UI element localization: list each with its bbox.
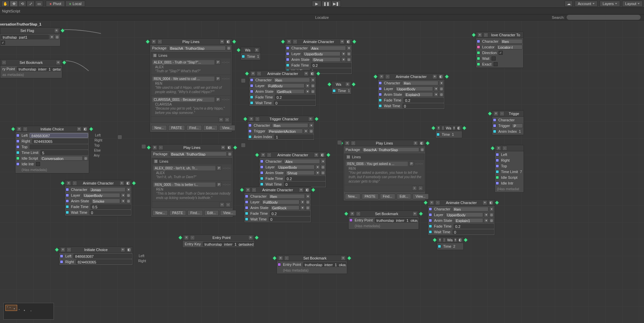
pause-button[interactable]: ❚❚ [322,1,331,7]
char-field[interactable]: Ren [500,39,523,44]
collapse-button[interactable]: · [255,117,260,121]
add-button[interactable]: + [120,247,125,252]
exec-in-port[interactable] [327,82,332,87]
char-field[interactable]: Jonas [89,187,126,192]
node-initiate-choice-partial[interactable]: ×· Left Right Top Time Limit7 Idle Scrip… [495,145,524,193]
close-button[interactable]: × [438,238,441,242]
add-button[interactable]: + [432,74,437,79]
target-button[interactable]: ◎ [311,83,315,88]
add-button[interactable]: + [254,48,259,52]
char-field[interactable]: Ren [272,123,308,128]
fade-field[interactable]: 0.2 [403,98,444,103]
add-button[interactable]: + [56,60,61,65]
add-line[interactable]: + [220,202,224,207]
close-button[interactable]: × [246,188,250,192]
find-button[interactable]: Find... [380,194,395,199]
state-field[interactable]: GetRock [271,205,299,210]
exec-out-port[interactable] [314,117,319,121]
dropdown-button[interactable]: ▾ [315,170,320,175]
line-item[interactable]: REN_0006 - You get asked a ...P--:--:-- … [345,160,424,185]
target-button[interactable]: ◎ [311,89,315,94]
node-animate-character[interactable]: ×·Animate Character+◐ CharacterAlex▾ Lay… [285,38,352,75]
exec-in-port[interactable] [432,238,437,242]
input-port[interactable] [379,93,382,96]
link-icon[interactable]: ⛓ [152,53,157,58]
play-button[interactable]: ▶ [312,1,321,7]
add-button[interactable]: + [220,39,224,44]
exec-in-port[interactable] [55,247,59,252]
dropdown-button[interactable]: ▾ [121,193,126,198]
dropdown-button[interactable]: ▾ [484,212,489,217]
close-button[interactable]: × [345,141,350,146]
layout-dropdown[interactable]: Layout [622,1,643,7]
settings-button[interactable]: ◐ [227,145,231,150]
add-button[interactable]: + [299,188,303,192]
input-port[interactable] [286,58,289,61]
entry-field[interactable]: truthorslap_interr_1_okayso [303,262,346,267]
exec-out-port[interactable] [132,181,136,186]
package-field[interactable]: BeachA_TruthorSlap [170,152,227,156]
target-button[interactable]: ◎ [227,152,232,156]
target-button[interactable]: ◎ [439,86,444,91]
dropdown-button[interactable]: ▾ [300,200,305,204]
collapse-button[interactable]: · [500,111,504,116]
line-item[interactable]: ALEX_0001 - Truth or "Slap?"...P--:--:--… [151,58,231,75]
collapse-button[interactable]: · [252,188,256,192]
input-port[interactable] [245,217,248,221]
settings-button[interactable]: ◐ [226,39,230,44]
collapse-button[interactable]: · [435,200,440,205]
hand-tool[interactable]: ✋ [1,1,9,7]
state-field[interactable]: Shrug [312,57,341,62]
local-toggle[interactable]: ●Local [65,1,85,7]
view-button[interactable]: View... [220,210,236,216]
node-play-lines[interactable]: × · Play Lines + ◐ PackageBeachA_Truthor… [150,38,232,132]
add-button[interactable]: + [345,82,350,87]
reroute-node[interactable] [241,78,246,83]
exec-in-port[interactable] [373,74,378,79]
collapse-button[interactable]: · [443,238,446,242]
view-button[interactable]: View... [219,125,235,131]
exec-in-port[interactable] [245,71,249,76]
node-set-bookmark[interactable]: ×·Set Bookmark+ Entry Pointtruthorslap_i… [277,255,347,274]
exec-out-port[interactable] [60,28,65,33]
pivot-toggle[interactable]: ●Pivot [46,1,65,7]
close-button[interactable]: × [251,71,255,76]
layer-field[interactable]: UpperBody [303,51,341,56]
add-button[interactable]: + [119,181,124,186]
node-set-flag[interactable]: Set Flag + truthslap_part1 ▾ ◎ [0,27,61,46]
input-port[interactable] [16,139,20,143]
line-preview[interactable]: P [216,60,220,65]
input-port[interactable] [60,260,63,264]
node-animate-character[interactable]: ×·Animate Character+◐ CharacterRen▾ Laye… [244,187,311,223]
input-port[interactable] [16,145,20,149]
input-port[interactable] [60,254,63,258]
add-button[interactable]: + [304,71,309,76]
input-port[interactable] [379,98,382,102]
node-trigger-character[interactable]: ×·Trigge Character TriggerP Anim Index1 [492,110,524,135]
input-port[interactable] [248,129,252,133]
input-port[interactable] [477,63,480,66]
input-port[interactable] [438,245,441,248]
input-port[interactable] [242,55,245,58]
add-button[interactable]: + [221,145,225,150]
exec-in-port[interactable] [255,153,259,157]
settings-button[interactable]: ◐ [458,238,462,242]
input-port[interactable] [379,104,382,108]
input-port[interactable] [496,176,499,179]
settings-button[interactable]: ◐ [438,74,443,79]
input-port[interactable] [493,124,496,127]
input-port[interactable] [245,206,248,209]
close-button[interactable]: × [261,153,265,157]
package-field[interactable]: BeachA_TruthorSlap [362,147,419,152]
new-button[interactable]: New... [152,210,168,216]
node-animate-character[interactable]: ×·Animate Character+◐ CharacterJonas▾ La… [65,180,132,216]
cloud-icon[interactable]: ☁ [565,1,573,7]
close-button[interactable]: × [429,200,434,205]
step-button[interactable]: ▶❚ [331,1,341,7]
rotate-tool[interactable]: ⟲ [18,1,26,7]
add-line[interactable]: + [412,186,417,191]
dropdown-button[interactable]: ▾ [341,57,346,62]
input-port[interactable] [245,212,248,215]
node-play-lines[interactable]: ×·Play Lines+◐ PackageBeachA_TruthorSlap… [151,144,233,217]
exec-in-port[interactable] [344,211,349,216]
